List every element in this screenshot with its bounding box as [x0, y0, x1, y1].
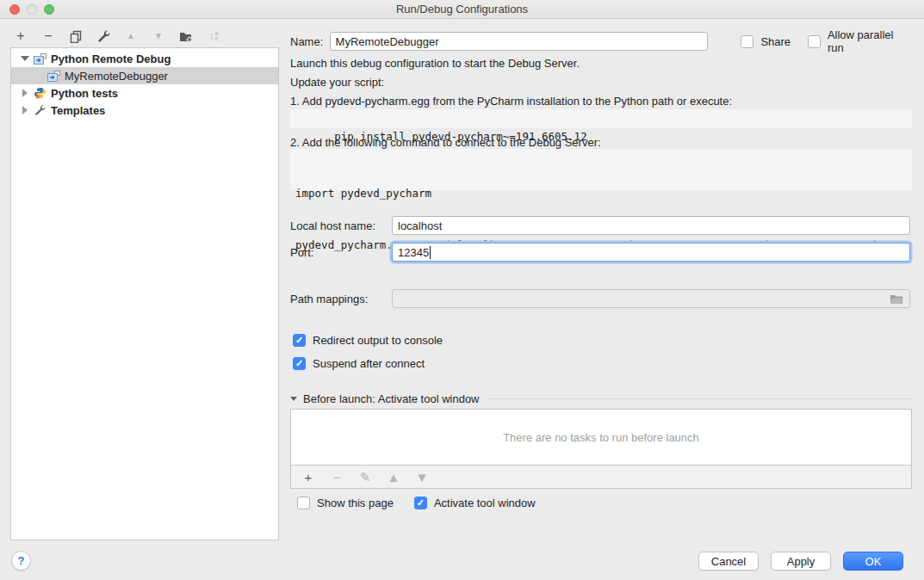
activate-tool-window-checkbox[interactable] — [414, 497, 427, 509]
create-folder-icon[interactable] — [177, 28, 195, 45]
remove-configuration-button[interactable]: − — [40, 28, 57, 45]
ok-button[interactable]: OK — [843, 552, 903, 571]
sort-configurations-icon: ↓ az — [205, 28, 222, 45]
collapsed-arrow-icon[interactable] — [22, 89, 28, 97]
intro-text: Launch this debug configuration to start… — [290, 57, 580, 70]
allow-parallel-run-checkbox[interactable] — [808, 35, 821, 48]
collapsed-arrow-icon[interactable] — [22, 106, 28, 114]
move-task-up-icon: ▲ — [385, 468, 402, 485]
update-script-text: Update your script: — [290, 76, 384, 89]
expanded-arrow-icon[interactable] — [21, 56, 29, 61]
remote-debug-icon — [47, 70, 61, 82]
name-input[interactable] — [330, 32, 708, 51]
before-launch-title: Before launch: Activate tool window — [303, 392, 480, 405]
configuration-form: Name: Share Allow parallel run Launch th… — [290, 26, 912, 534]
configurations-toolbar: + − ▲ ▼ ↓ az — [12, 26, 270, 46]
before-launch-task-list[interactable]: There are no tasks to run before launch — [290, 409, 912, 466]
tree-item-myremotedebugger[interactable]: MyRemoteDebugger — [11, 67, 278, 84]
text-caret — [430, 246, 431, 259]
move-down-icon: ▼ — [150, 28, 167, 45]
settrace-code: import pydevd_pycharm pydevd_pycharm.set… — [290, 149, 912, 190]
suspend-after-connect-checkbox[interactable] — [293, 357, 306, 370]
copy-configuration-icon[interactable] — [67, 28, 84, 45]
zoom-window-button[interactable] — [44, 4, 54, 15]
share-label: Share — [760, 35, 791, 48]
name-label: Name: — [290, 35, 330, 48]
question-mark-icon: ? — [18, 554, 25, 567]
close-window-button[interactable] — [9, 4, 20, 15]
cancel-button[interactable]: Cancel — [698, 552, 759, 571]
edit-defaults-wrench-icon[interactable] — [95, 28, 112, 45]
add-configuration-button[interactable]: + — [12, 28, 29, 45]
title-bar: Run/Debug Configurations — [0, 0, 924, 19]
section-divider — [488, 398, 912, 399]
window-controls — [9, 4, 54, 15]
redirect-output-label: Redirect output to console — [313, 334, 443, 347]
remote-debug-icon — [34, 52, 47, 65]
dialog-buttons: Cancel Apply OK — [698, 552, 903, 571]
before-launch-header[interactable]: Before launch: Activate tool window — [290, 392, 912, 405]
browse-folder-icon[interactable] — [890, 293, 904, 305]
empty-tasks-text: There are no tasks to run before launch — [503, 431, 699, 444]
window-title: Run/Debug Configurations — [396, 3, 528, 15]
templates-wrench-icon — [34, 104, 47, 116]
redirect-output-checkbox[interactable] — [293, 334, 306, 347]
configurations-tree: Python Remote Debug MyRemoteDebugger Pyt… — [10, 47, 279, 540]
port-label: Port: — [290, 246, 392, 259]
apply-button[interactable]: Apply — [771, 552, 831, 571]
activate-tool-window-label: Activate tool window — [434, 497, 536, 509]
add-task-button[interactable]: + — [300, 468, 317, 485]
section-collapse-arrow-icon[interactable] — [290, 397, 297, 401]
port-input[interactable]: 12345 — [392, 243, 910, 262]
tree-item-templates[interactable]: Templates — [11, 102, 278, 119]
allow-parallel-run-label: Allow parallel run — [828, 28, 912, 54]
minimize-window-button — [27, 4, 37, 15]
path-mappings-label: Path mappings: — [290, 293, 392, 305]
remove-task-button: − — [328, 468, 345, 485]
move-task-down-icon: ▼ — [413, 468, 431, 485]
tree-item-python-remote-debug[interactable]: Python Remote Debug — [11, 50, 278, 67]
step1-text: 1. Add pydevd-pycharm.egg from the PyCha… — [290, 95, 732, 108]
show-this-page-checkbox[interactable] — [297, 497, 310, 509]
step2-text: 2. Add the following command to connect … — [290, 136, 601, 149]
python-tests-icon — [34, 87, 47, 99]
share-checkbox[interactable] — [741, 35, 753, 48]
tree-item-python-tests[interactable]: Python tests — [11, 84, 278, 102]
pip-install-code: pip install pydevd-pycharm~=191.6605.12 — [290, 109, 912, 128]
path-mappings-input[interactable] — [392, 289, 910, 308]
edit-task-pencil-icon: ✎ — [357, 468, 374, 485]
local-host-label: Local host name: — [290, 219, 392, 232]
task-list-toolbar: + − ✎ ▲ ▼ — [290, 466, 912, 489]
local-host-input[interactable] — [392, 216, 910, 235]
move-up-icon: ▲ — [122, 28, 140, 45]
run-debug-configurations-dialog: Run/Debug Configurations + − ▲ ▼ ↓ az Py… — [0, 0, 924, 580]
suspend-after-connect-label: Suspend after connect — [313, 357, 425, 370]
help-button[interactable]: ? — [11, 551, 31, 571]
show-this-page-label: Show this page — [317, 497, 394, 509]
